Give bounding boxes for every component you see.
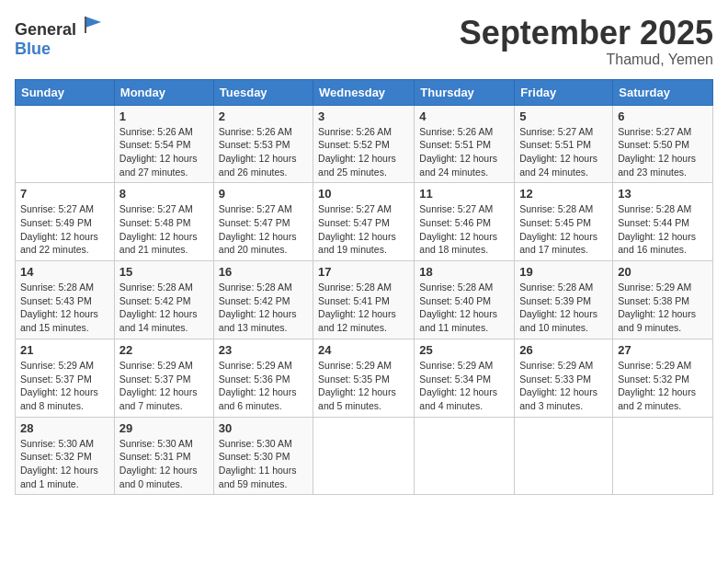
location-title: Thamud, Yemen: [460, 52, 713, 68]
day-number: 22: [119, 343, 209, 357]
calendar-week-row: 21Sunrise: 5:29 AMSunset: 5:37 PMDayligh…: [16, 339, 713, 417]
calendar-cell: 30Sunrise: 5:30 AMSunset: 5:30 PMDayligh…: [213, 417, 313, 495]
calendar-cell: 29Sunrise: 5:30 AMSunset: 5:31 PMDayligh…: [114, 417, 213, 495]
calendar-cell: 20Sunrise: 5:29 AMSunset: 5:38 PMDayligh…: [613, 261, 713, 339]
header: General Blue September 2025 Thamud, Yeme…: [15, 15, 713, 68]
day-info: Sunrise: 5:29 AMSunset: 5:36 PMDaylight:…: [219, 359, 308, 413]
day-number: 21: [20, 343, 109, 357]
calendar-cell: 26Sunrise: 5:29 AMSunset: 5:33 PMDayligh…: [515, 339, 613, 417]
day-number: 8: [119, 187, 209, 201]
day-info: Sunrise: 5:29 AMSunset: 5:37 PMDaylight:…: [20, 359, 109, 413]
calendar-cell: [613, 417, 713, 495]
header-day-saturday: Saturday: [613, 79, 713, 105]
calendar-cell: 2Sunrise: 5:26 AMSunset: 5:53 PMDaylight…: [213, 105, 313, 183]
day-number: 26: [519, 343, 608, 357]
calendar-cell: 8Sunrise: 5:27 AMSunset: 5:48 PMDaylight…: [114, 183, 213, 261]
day-info: Sunrise: 5:27 AMSunset: 5:46 PMDaylight:…: [419, 202, 509, 257]
header-day-thursday: Thursday: [415, 79, 515, 105]
day-number: 4: [419, 109, 509, 123]
calendar-cell: 19Sunrise: 5:28 AMSunset: 5:39 PMDayligh…: [515, 261, 613, 339]
header-day-friday: Friday: [515, 79, 613, 105]
calendar-body: 1Sunrise: 5:26 AMSunset: 5:54 PMDaylight…: [16, 105, 713, 495]
calendar-cell: [415, 417, 515, 495]
logo-text: General Blue: [15, 15, 103, 59]
day-info: Sunrise: 5:28 AMSunset: 5:42 PMDaylight:…: [119, 281, 209, 335]
day-info: Sunrise: 5:28 AMSunset: 5:43 PMDaylight:…: [20, 281, 109, 335]
calendar-cell: 5Sunrise: 5:27 AMSunset: 5:51 PMDaylight…: [515, 105, 613, 183]
calendar-cell: 14Sunrise: 5:28 AMSunset: 5:43 PMDayligh…: [16, 261, 115, 339]
day-number: 2: [219, 109, 308, 123]
day-info: Sunrise: 5:26 AMSunset: 5:51 PMDaylight:…: [419, 125, 509, 179]
header-day-tuesday: Tuesday: [213, 79, 313, 105]
calendar-cell: 1Sunrise: 5:26 AMSunset: 5:54 PMDaylight…: [114, 105, 213, 183]
calendar-cell: 11Sunrise: 5:27 AMSunset: 5:46 PMDayligh…: [415, 183, 515, 261]
day-number: 6: [618, 109, 708, 123]
calendar-cell: 25Sunrise: 5:29 AMSunset: 5:34 PMDayligh…: [415, 339, 515, 417]
month-title: September 2025: [460, 15, 713, 52]
day-number: 29: [119, 421, 209, 435]
calendar-cell: 3Sunrise: 5:26 AMSunset: 5:52 PMDaylight…: [313, 105, 415, 183]
calendar-week-row: 28Sunrise: 5:30 AMSunset: 5:32 PMDayligh…: [16, 417, 713, 495]
day-info: Sunrise: 5:30 AMSunset: 5:30 PMDaylight:…: [219, 437, 308, 491]
day-info: Sunrise: 5:29 AMSunset: 5:35 PMDaylight:…: [318, 359, 409, 413]
calendar-cell: 18Sunrise: 5:28 AMSunset: 5:40 PMDayligh…: [415, 261, 515, 339]
day-info: Sunrise: 5:27 AMSunset: 5:47 PMDaylight:…: [219, 202, 308, 257]
header-day-wednesday: Wednesday: [313, 79, 415, 105]
calendar-cell: 6Sunrise: 5:27 AMSunset: 5:50 PMDaylight…: [613, 105, 713, 183]
calendar-cell: 13Sunrise: 5:28 AMSunset: 5:44 PMDayligh…: [613, 183, 713, 261]
day-info: Sunrise: 5:28 AMSunset: 5:42 PMDaylight:…: [219, 281, 308, 335]
day-number: 1: [119, 109, 209, 123]
day-number: 3: [318, 109, 409, 123]
day-info: Sunrise: 5:27 AMSunset: 5:49 PMDaylight:…: [20, 202, 109, 257]
calendar-cell: 21Sunrise: 5:29 AMSunset: 5:37 PMDayligh…: [16, 339, 115, 417]
day-info: Sunrise: 5:29 AMSunset: 5:32 PMDaylight:…: [618, 359, 708, 413]
calendar-cell: 15Sunrise: 5:28 AMSunset: 5:42 PMDayligh…: [114, 261, 213, 339]
calendar-header-row: SundayMondayTuesdayWednesdayThursdayFrid…: [16, 79, 713, 105]
day-info: Sunrise: 5:29 AMSunset: 5:37 PMDaylight:…: [119, 359, 209, 413]
day-number: 20: [618, 265, 708, 279]
day-info: Sunrise: 5:28 AMSunset: 5:45 PMDaylight:…: [519, 202, 608, 257]
day-info: Sunrise: 5:27 AMSunset: 5:47 PMDaylight:…: [318, 202, 409, 257]
day-number: 15: [119, 265, 209, 279]
day-number: 23: [219, 343, 308, 357]
logo-blue: Blue: [15, 40, 51, 58]
svg-rect-1: [85, 17, 86, 33]
day-info: Sunrise: 5:29 AMSunset: 5:33 PMDaylight:…: [519, 359, 608, 413]
day-number: 5: [519, 109, 608, 123]
calendar-cell: 16Sunrise: 5:28 AMSunset: 5:42 PMDayligh…: [213, 261, 313, 339]
calendar-cell: 27Sunrise: 5:29 AMSunset: 5:32 PMDayligh…: [613, 339, 713, 417]
day-number: 30: [219, 421, 308, 435]
day-info: Sunrise: 5:26 AMSunset: 5:54 PMDaylight:…: [119, 125, 209, 179]
day-number: 19: [519, 265, 608, 279]
header-day-monday: Monday: [114, 79, 213, 105]
calendar-table: SundayMondayTuesdayWednesdayThursdayFrid…: [15, 79, 713, 496]
day-info: Sunrise: 5:30 AMSunset: 5:31 PMDaylight:…: [119, 437, 209, 491]
day-number: 28: [20, 421, 109, 435]
logo: General Blue: [15, 15, 103, 59]
calendar-cell: 9Sunrise: 5:27 AMSunset: 5:47 PMDaylight…: [213, 183, 313, 261]
calendar-week-row: 7Sunrise: 5:27 AMSunset: 5:49 PMDaylight…: [16, 183, 713, 261]
day-number: 12: [519, 187, 608, 201]
calendar-week-row: 14Sunrise: 5:28 AMSunset: 5:43 PMDayligh…: [16, 261, 713, 339]
day-info: Sunrise: 5:26 AMSunset: 5:53 PMDaylight:…: [219, 125, 308, 179]
day-number: 14: [20, 265, 109, 279]
day-number: 16: [219, 265, 308, 279]
day-info: Sunrise: 5:26 AMSunset: 5:52 PMDaylight:…: [318, 125, 409, 179]
calendar-cell: 28Sunrise: 5:30 AMSunset: 5:32 PMDayligh…: [16, 417, 115, 495]
logo-general: General: [15, 20, 76, 39]
calendar-week-row: 1Sunrise: 5:26 AMSunset: 5:54 PMDaylight…: [16, 105, 713, 183]
day-info: Sunrise: 5:30 AMSunset: 5:32 PMDaylight:…: [20, 437, 109, 491]
calendar-cell: 4Sunrise: 5:26 AMSunset: 5:51 PMDaylight…: [415, 105, 515, 183]
calendar-cell: 23Sunrise: 5:29 AMSunset: 5:36 PMDayligh…: [213, 339, 313, 417]
day-info: Sunrise: 5:28 AMSunset: 5:44 PMDaylight:…: [618, 202, 708, 257]
day-info: Sunrise: 5:27 AMSunset: 5:51 PMDaylight:…: [519, 125, 608, 179]
day-info: Sunrise: 5:27 AMSunset: 5:50 PMDaylight:…: [618, 125, 708, 179]
day-info: Sunrise: 5:27 AMSunset: 5:48 PMDaylight:…: [119, 202, 209, 257]
calendar-cell: 24Sunrise: 5:29 AMSunset: 5:35 PMDayligh…: [313, 339, 415, 417]
day-info: Sunrise: 5:28 AMSunset: 5:41 PMDaylight:…: [318, 281, 409, 335]
day-number: 10: [318, 187, 409, 201]
calendar-cell: 17Sunrise: 5:28 AMSunset: 5:41 PMDayligh…: [313, 261, 415, 339]
calendar-cell: 22Sunrise: 5:29 AMSunset: 5:37 PMDayligh…: [114, 339, 213, 417]
day-number: 24: [318, 343, 409, 357]
day-info: Sunrise: 5:29 AMSunset: 5:34 PMDaylight:…: [419, 359, 509, 413]
